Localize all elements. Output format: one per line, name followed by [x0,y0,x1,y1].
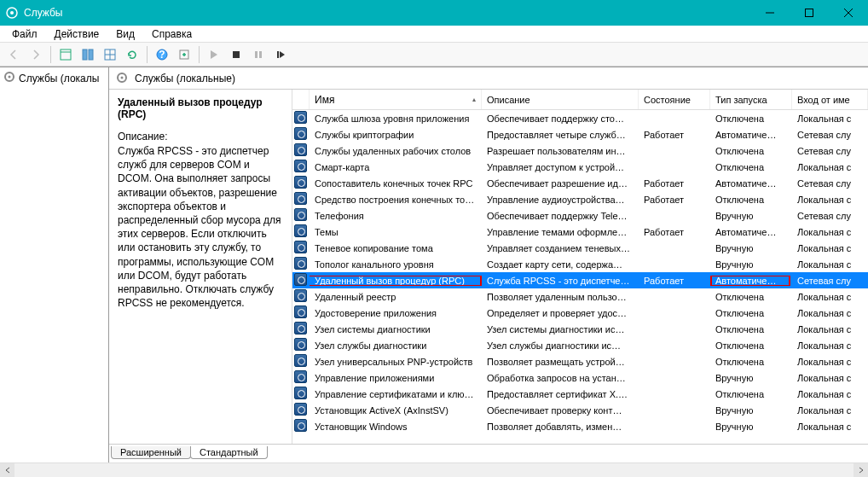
col-description[interactable]: Описание [482,90,639,109]
service-row[interactable]: Управление сертификатами и клю…Предостав… [292,386,868,402]
service-icon [292,160,310,175]
svg-point-21 [9,76,11,79]
export-button[interactable] [174,44,194,65]
service-row[interactable]: Сопоставитель конечных точек RPCОбеспечи… [292,175,868,191]
service-row[interactable]: ТелефонияОбеспечивает поддержку Tele…Вру… [292,207,868,224]
service-logon: Сетевая слу [792,130,868,140]
sort-indicator-icon: ▴ [472,96,476,103]
service-logon: Локальная с [792,292,868,302]
service-row[interactable]: Узел универсальных PNP-устройствПозволяе… [292,353,868,369]
minimize-button[interactable] [750,0,790,26]
list-body[interactable]: Служба шлюза уровня приложенияОбеспечива… [292,110,868,444]
svg-rect-19 [277,51,279,58]
service-row[interactable]: Служба шлюза уровня приложенияОбеспечива… [292,110,868,126]
refresh-button[interactable] [122,44,142,65]
stop-service-button[interactable] [226,44,246,65]
menu-help[interactable]: Справка [145,26,199,42]
menu-action[interactable]: Действие [48,26,107,42]
view-button-1[interactable] [78,44,98,65]
list-header: Имя▴ Описание Состояние Тип запуска Вход… [292,90,868,110]
service-icon [292,338,310,353]
service-startup: Отключена [710,340,792,351]
menu-file[interactable]: Файл [5,26,44,42]
col-logon[interactable]: Вход от име [792,90,868,109]
service-name: Узел службы диагностики [310,340,482,351]
service-logon: Локальная с [792,422,868,432]
service-icon [292,111,310,126]
service-row[interactable]: Смарт-картаУправляет доступом к устрой…О… [292,159,868,175]
service-row[interactable]: Установщик WindowsПозволяет добавлять, и… [292,418,868,434]
service-description: Предоставляет сертификат X.… [482,389,639,399]
svg-rect-8 [83,49,87,60]
service-name: Смарт-карта [310,162,482,172]
service-startup: Вручную [710,211,792,221]
tab-standard[interactable]: Стандартный [190,446,268,459]
nav-back-button[interactable] [3,44,24,65]
service-startup: Автоматиче… [710,276,792,286]
close-button[interactable] [829,0,868,26]
service-name: Узел системы диагностики [310,324,482,334]
service-row[interactable]: Узел службы диагностикиУзел службы диагн… [292,337,868,353]
pause-service-button[interactable] [248,44,269,65]
service-description: Управляет доступом к устрой… [482,162,639,172]
service-startup: Отключена [710,308,792,318]
svg-rect-16 [233,51,240,58]
service-icon [292,419,310,434]
service-description: Управление темами оформле… [482,227,639,237]
service-name: Телефония [310,211,482,221]
service-startup: Вручную [710,373,792,383]
service-description: Обеспечивает поддержку сто… [482,113,639,124]
svg-rect-17 [255,51,258,58]
start-service-button[interactable] [204,44,224,65]
service-row[interactable]: Тополог канального уровняСоздает карту с… [292,256,868,272]
service-icon [292,192,310,207]
col-startup[interactable]: Тип запуска [710,90,792,109]
service-logon: Локальная с [792,405,868,416]
service-logon: Локальная с [792,308,868,318]
svg-rect-6 [61,49,71,60]
col-name[interactable]: Имя▴ [310,90,482,109]
service-row[interactable]: Управление приложениямиОбработка запросо… [292,369,868,386]
service-name: Удаленный вызов процедур (RPC) [310,276,482,286]
service-icon [292,387,310,402]
service-row[interactable]: Службы удаленных рабочих столовРазрешает… [292,143,868,159]
tab-extended[interactable]: Расширенный [111,446,191,459]
service-icon [292,322,310,337]
scroll-right-button[interactable] [854,463,868,478]
scroll-left-button[interactable] [0,463,14,478]
maximize-button[interactable] [790,0,829,26]
properties-button[interactable] [55,44,76,65]
service-row[interactable]: Средство построения конечных то…Управлен… [292,191,868,207]
service-startup: Отключена [710,324,792,334]
horizontal-scrollbar[interactable] [0,462,868,477]
service-row[interactable]: Удаленный вызов процедур (RPC)Служба RPC… [292,272,868,288]
help-button[interactable]: ? [152,44,172,65]
service-description: Служба RPCSS - это диспетче… [482,276,639,286]
view-button-2[interactable] [100,44,120,65]
service-row[interactable]: Удостоверение приложенияОпределяет и про… [292,305,868,321]
service-row[interactable]: ТемыУправление темами оформле…РаботаетАв… [292,224,868,240]
service-row[interactable]: Удаленный реестрПозволяет удаленным поль… [292,288,868,305]
service-name: Служба шлюза уровня приложения [310,113,482,124]
content-header: Службы (локальные) [109,67,868,90]
menubar: Файл Действие Вид Справка [0,26,868,43]
main-area: Службы (локалы Службы (локальные) Удален… [0,67,868,462]
tree-item-services[interactable]: Службы (локалы [2,69,107,87]
service-description: Позволяет добавлять, измен… [482,422,639,432]
col-icon[interactable] [292,90,310,109]
service-startup: Автоматиче… [710,130,792,140]
nav-forward-button[interactable] [26,44,46,65]
service-row[interactable]: Узел системы диагностикиУзел системы диа… [292,321,868,337]
service-startup: Отключена [710,389,792,399]
restart-service-button[interactable] [270,44,291,65]
service-row[interactable]: Установщик ActiveX (AxInstSV)Обеспечивае… [292,402,868,418]
service-name: Темы [310,227,482,237]
content-body: Удаленный вызов процедур (RPC) Описание:… [109,90,868,444]
service-name: Теневое копирование тома [310,243,482,253]
service-row[interactable]: Теневое копирование томаУправляет создан… [292,240,868,256]
service-row[interactable]: Службы криптографииПредоставляет четыре … [292,126,868,143]
service-startup: Отключена [710,292,792,302]
service-logon: Локальная с [792,389,868,399]
col-state[interactable]: Состояние [639,90,710,109]
menu-view[interactable]: Вид [109,26,142,42]
